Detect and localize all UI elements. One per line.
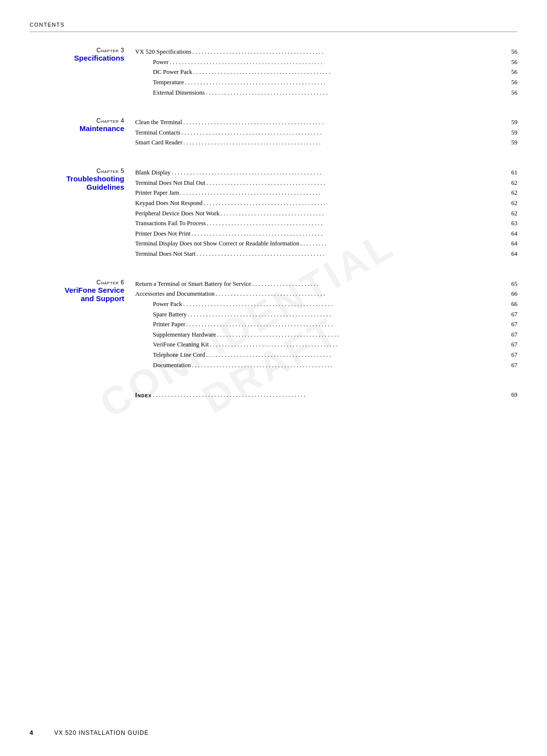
toc-entry-dots: . . . . . . . . . . . . . . . . . . . . … [181, 128, 504, 138]
toc-entry-dots: . . . . . . . . . [299, 239, 504, 249]
toc-entry-dots: . . . . . . . . . . . . . . . . . . . . … [169, 57, 504, 68]
toc-entry-2-4: Peripheral Device Does Not Work . . . . … [135, 208, 517, 219]
toc-entry-dots: . . . . . . . . . . . . . . . . . . . . … [205, 88, 504, 98]
toc-entry-page: 67 [504, 319, 517, 330]
toc-entry-2-6: Printer Does Not Print. . . . . . . . . … [135, 229, 517, 239]
toc-entry-page: 67 [504, 309, 517, 320]
toc-entry-text: Printer Paper [153, 319, 185, 330]
toc-entry-page: 56 [504, 77, 517, 88]
toc-entry-page: 59 [504, 117, 517, 128]
toc-entry-text: Peripheral Device Does Not Work [135, 208, 219, 219]
toc-entry-dots: . . . . . . . . . . . . . . . . . . . . … [179, 188, 504, 198]
chapter-5-title: Troubleshooting Guidelines [30, 174, 124, 191]
toc-entry-text: Accessories and Documentation [135, 289, 215, 299]
chapter-4-entries: Clean the Terminal. . . . . . . . . . . … [133, 117, 517, 148]
index-section: Index . . . . . . . . . . . . . . . . . … [30, 390, 517, 400]
toc-entry-text: Smart Card Reader [135, 137, 182, 148]
toc-entry-3-7: Telephone Line Cord . . . . . . . . . . … [135, 350, 517, 360]
toc-entry-dots: . . . . . . . . . . . . . . . . . . . . … [182, 299, 504, 309]
chapter-3-title: Specifications [30, 54, 124, 62]
toc-entry-text: Blank Display [135, 168, 171, 178]
index-entry: Index . . . . . . . . . . . . . . . . . … [135, 390, 517, 400]
toc-entry-text: Power [153, 57, 169, 68]
toc-entry-dots: . . . . . . . . . . . . . . . . . . . . … [191, 360, 504, 371]
chapter-6-label: Chapter 6 [30, 279, 124, 286]
toc-entry-text: Clean the Terminal [135, 117, 182, 128]
toc-entry-dots: . . . . . . . . . . . . . . . . . . . . … [202, 198, 504, 208]
toc-entry-text: Terminal Display Does not Show Correct o… [135, 239, 299, 249]
header-label: Contents [30, 22, 65, 28]
toc-entry-0-4: External Dimensions. . . . . . . . . . .… [135, 88, 517, 98]
toc-entry-1-2: Smart Card Reader . . . . . . . . . . . … [135, 137, 517, 148]
toc-entry-dots: . . . . . . . . . . . . . . . . . . . . … [206, 218, 504, 229]
toc-entry-text: VeriFone Cleaning Kit [153, 340, 209, 350]
toc-entry-dots: . . . . . . . . . . . . . . . . . . . . … [215, 289, 504, 299]
toc-entry-text: Spare Battery [153, 309, 186, 320]
toc-entry-page: 56 [504, 67, 517, 77]
toc-entry-page: 67 [504, 340, 517, 350]
toc-entry-3-2: Power Pack. . . . . . . . . . . . . . . … [135, 299, 517, 309]
chapter-5-section: Chapter 5 Troubleshooting Guidelines Bla… [30, 168, 517, 259]
toc-entry-dots: . . . . . . . . . . . . . . . . . . . . … [190, 229, 504, 239]
chapter-4-label: Chapter 4 [30, 117, 124, 124]
toc-entry-text: DC Power Pack [153, 67, 192, 77]
toc-entry-page: 62 [504, 208, 517, 219]
toc-entry-page: 66 [504, 289, 517, 299]
toc-entry-page: 62 [504, 188, 517, 198]
chapter-3-section: Chapter 3 Specifications VX 520 Specific… [30, 47, 517, 98]
toc-entry-1-0: Clean the Terminal. . . . . . . . . . . … [135, 117, 517, 128]
toc-entry-page: 63 [504, 218, 517, 229]
toc-entry-page: 56 [504, 47, 517, 57]
toc-entry-text: Temperature [153, 77, 184, 88]
index-page: 69 [504, 390, 517, 400]
toc-entry-dots: . . . . . . . . . . . . . . . . . . . . … [182, 137, 504, 148]
toc-entry-dots: . . . . . . . . . . . . . . . . . . . . … [195, 249, 504, 259]
toc-entry-dots: . . . . . . . . . . . . . . . . . . . . … [216, 330, 504, 340]
toc-entry-2-2: Printer Paper Jam. . . . . . . . . . . .… [135, 188, 517, 198]
toc-entry-3-0: Return a Terminal or Smart Battery for S… [135, 279, 517, 289]
toc-entry-text: Documentation [153, 360, 191, 371]
toc-entry-page: 59 [504, 137, 517, 148]
toc-content: Chapter 3 Specifications VX 520 Specific… [30, 47, 517, 401]
toc-entry-text: Supplementary Hardware [153, 330, 216, 340]
page-footer: 4 VX 520 Installation Guide [30, 729, 517, 736]
toc-entry-3-5: Supplementary Hardware. . . . . . . . . … [135, 330, 517, 340]
toc-entry-0-1: Power. . . . . . . . . . . . . . . . . .… [135, 57, 517, 68]
toc-entry-page: 67 [504, 350, 517, 360]
toc-entry-text: Power Pack [153, 299, 182, 309]
toc-entry-page: 64 [504, 249, 517, 259]
index-dots: . . . . . . . . . . . . . . . . . . . . … [152, 390, 504, 400]
toc-entry-2-0: Blank Display. . . . . . . . . . . . . .… [135, 168, 517, 178]
toc-entry-dots: . . . . . . . . . . . . . . . . . . . . … [185, 319, 504, 330]
chapter-6-title: VeriFone Service and Support [30, 286, 124, 303]
chapter-3-entries: VX 520 Specifications. . . . . . . . . .… [133, 47, 517, 98]
toc-entry-page: 64 [504, 229, 517, 239]
chapter-3-label: Chapter 3 [30, 47, 124, 54]
toc-entry-text: Terminal Contacts [135, 128, 181, 138]
toc-entry-page: 67 [504, 360, 517, 371]
toc-entry-dots: . . . . . . . . . . . . . . . . . . . . … [205, 350, 504, 360]
toc-entry-2-5: Transactions Fail To Process. . . . . . … [135, 218, 517, 229]
toc-entry-dots: . . . . . . . . . . . . . . . . . . . . … [191, 47, 504, 57]
toc-entry-3-4: Printer Paper. . . . . . . . . . . . . .… [135, 319, 517, 330]
toc-entry-text: Keypad Does Not Respond [135, 198, 202, 208]
footer-page-number: 4 [30, 729, 44, 736]
toc-entry-dots: . . . . . . . . . . . . . . . . . . . . … [171, 168, 504, 178]
toc-entry-3-8: Documentation . . . . . . . . . . . . . … [135, 360, 517, 371]
toc-entry-text: Printer Paper Jam [135, 188, 179, 198]
toc-entry-page: 56 [504, 57, 517, 68]
toc-entry-3-6: VeriFone Cleaning Kit. . . . . . . . . .… [135, 340, 517, 350]
chapter-5-left: Chapter 5 Troubleshooting Guidelines [30, 168, 133, 259]
toc-entry-dots: . . . . . . . . . . . . . . . . . . . . … [184, 77, 504, 88]
toc-entry-dots: . . . . . . . . . . . . . . . . . . . . … [219, 208, 504, 219]
toc-entry-page: 62 [504, 198, 517, 208]
toc-entry-page: 67 [504, 330, 517, 340]
page: CONFIDENTIAL DRAFT Contents Chapter 3 Sp… [0, 0, 547, 756]
toc-entry-text: Terminal Does Not Start [135, 249, 195, 259]
toc-entry-dots: . . . . . . . . . . . . . . . . . . . . … [186, 309, 504, 320]
toc-entry-dots: . . . . . . . . . . . . . . . . . . . . … [251, 279, 504, 289]
toc-entry-text: Printer Does Not Print [135, 229, 190, 239]
toc-entry-page: 64 [504, 239, 517, 249]
toc-entry-page: 56 [504, 88, 517, 98]
chapter-4-section: Chapter 4 Maintenance Clean the Terminal… [30, 117, 517, 148]
